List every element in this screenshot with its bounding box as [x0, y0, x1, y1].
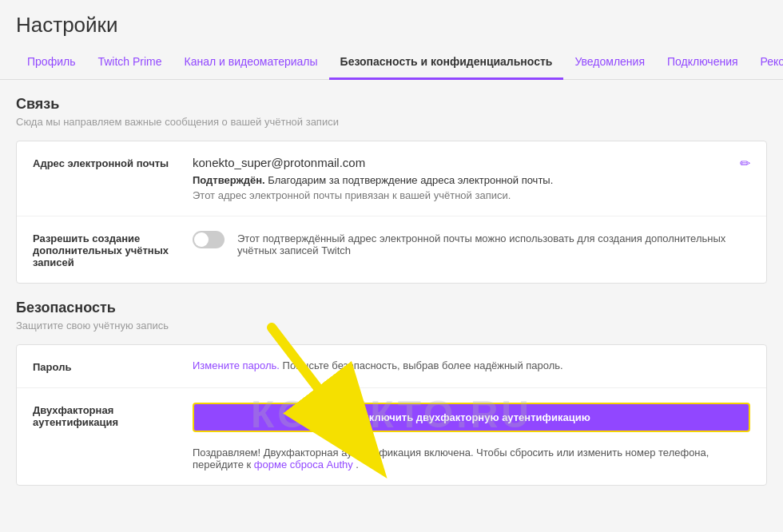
main-content: Связь Сюда мы направляем важные сообщени…	[0, 80, 783, 510]
edit-email-button[interactable]: ✏	[740, 156, 750, 171]
email-row: Адрес электронной почты konekto_super@pr…	[17, 141, 766, 216]
security-section-subtitle: Защитите свою учётную запись	[16, 320, 767, 332]
twofa-note-end: .	[356, 459, 359, 470]
authy-reset-link[interactable]: форме сброса Authy	[254, 459, 353, 470]
password-description: Повысьте безопасность, выбрав более надё…	[283, 359, 563, 371]
password-row: Пароль Измените пароль. Повысьте безопас…	[17, 345, 766, 388]
additional-accounts-label: Разрешить создание дополнительных учётны…	[33, 231, 193, 268]
twofa-row: Двухфакторная аутентификация Выключить д…	[17, 388, 766, 485]
tab-security[interactable]: Безопасность и конфиденциальность	[329, 46, 564, 80]
change-password-link[interactable]: Измените пароль.	[193, 359, 280, 371]
link-section-title: Связь	[16, 96, 767, 113]
additional-accounts-toggle[interactable]	[193, 231, 225, 248]
password-content: Измените пароль. Повысьте безопасность, …	[193, 359, 750, 371]
tab-twitch-prime[interactable]: Twitch Prime	[86, 46, 173, 80]
tab-connections[interactable]: Подключения	[656, 46, 749, 80]
tab-recommendations[interactable]: Рекомендации	[749, 46, 783, 80]
additional-accounts-description: Этот подтверждённый адрес электронной по…	[237, 232, 750, 256]
link-section-header: Связь Сюда мы направляем важные сообщени…	[16, 96, 767, 128]
email-value: konekto_super@protonmail.com	[193, 156, 740, 169]
page-title: Настройки	[0, 0, 783, 46]
email-content: konekto_super@protonmail.com Подтверждён…	[193, 156, 740, 201]
email-confirmed-text: Подтверждён. Благодарим за подтверждение…	[193, 174, 740, 186]
twofa-content: Выключить двухфакторную аутентификацию П…	[193, 403, 750, 470]
disable-2fa-button[interactable]: Выключить двухфакторную аутентификацию	[193, 403, 750, 432]
pencil-icon: ✏	[740, 157, 750, 170]
tab-notifications[interactable]: Уведомления	[563, 46, 656, 80]
additional-accounts-content: Этот подтверждённый адрес электронной по…	[193, 231, 750, 256]
toggle-wrapper	[193, 231, 225, 248]
nav-tabs: Профиль Twitch Prime Канал и видеоматери…	[0, 46, 783, 80]
password-label: Пароль	[33, 359, 193, 373]
security-section: Безопасность Защитите свою учётную запис…	[16, 300, 767, 332]
link-card: Адрес электронной почты konekto_super@pr…	[16, 141, 767, 284]
email-note: Этот адрес электронной почты привязан к …	[193, 189, 740, 201]
twofa-label: Двухфакторная аутентификация	[33, 403, 193, 428]
security-section-title: Безопасность	[16, 300, 767, 316]
link-section-subtitle: Сюда мы направляем важные сообщения о ва…	[16, 116, 767, 128]
tab-channel[interactable]: Канал и видеоматериалы	[173, 46, 329, 80]
additional-accounts-row: Разрешить создание дополнительных учётны…	[17, 216, 766, 283]
email-label: Адрес электронной почты	[33, 156, 193, 169]
twofa-note: Поздравляем! Двухфакторная аутентификаци…	[193, 447, 750, 470]
tab-profile[interactable]: Профиль	[16, 46, 86, 80]
security-card: Пароль Измените пароль. Повысьте безопас…	[16, 344, 767, 486]
